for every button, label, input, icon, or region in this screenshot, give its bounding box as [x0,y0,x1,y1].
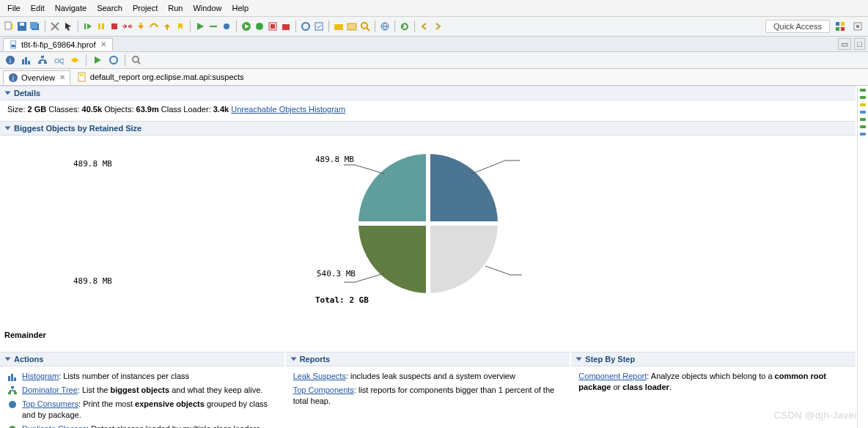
step-over-icon[interactable] [148,21,160,32]
step-into-icon[interactable] [135,21,147,32]
menu-file[interactable]: File [3,2,25,14]
svg-rect-22 [347,23,356,30]
stop-icon[interactable] [108,21,120,32]
breakpoint-icon[interactable] [221,21,232,32]
marker-icon[interactable] [860,111,866,114]
menu-project[interactable]: Project [128,2,162,14]
tree-icon[interactable] [37,54,48,66]
info-icon[interactable]: i [4,54,16,66]
reports-header[interactable]: Reports [286,352,570,366]
svg-rect-52 [8,392,11,394]
main-toolbar: Quick Access [0,17,868,37]
heap-file-icon [10,40,18,49]
menu-navigate[interactable]: Navigate [51,2,91,14]
svg-rect-12 [210,26,217,27]
quick-access[interactable]: Quick Access [765,20,830,33]
disconnect-icon[interactable] [122,21,133,32]
ext-tools-icon[interactable] [280,21,292,32]
find-icon[interactable] [130,54,142,66]
svg-point-54 [9,401,16,408]
back-icon[interactable] [419,21,430,32]
cut-icon[interactable] [49,21,61,32]
threads-icon[interactable] [69,54,81,66]
minimize-icon[interactable]: ▭ [838,38,851,50]
menu-edit[interactable]: Edit [26,2,49,14]
menu-window[interactable]: Window [188,2,226,14]
svg-rect-17 [271,24,275,29]
editor-tab-hprof[interactable]: t8t-fi-fip_69864.hprof ✕ [3,38,113,51]
svg-rect-25 [836,22,839,26]
pointer-icon[interactable] [62,21,74,32]
project-icon[interactable] [346,21,358,32]
marker-icon[interactable] [860,133,866,136]
unreachable-link[interactable]: Unreachable Objects Histogram [231,105,345,114]
actions-column: Actions Histogram: Lists number of insta… [0,351,284,428]
dominator-link[interactable]: Dominator Tree [22,385,78,394]
resume-icon[interactable] [194,21,206,32]
menu-search[interactable]: Search [92,2,127,14]
oql-icon[interactable]: OQL [53,54,65,66]
menu-help[interactable]: Help [228,2,254,14]
close-icon[interactable]: ✕ [99,40,106,48]
open-resource-icon[interactable] [333,21,345,32]
marker-icon[interactable] [860,89,866,92]
open-task-icon[interactable] [313,21,325,32]
leak-suspects-link[interactable]: Leak Suspects [293,372,346,380]
toolbar-separator [86,54,87,66]
pie-slice-br[interactable] [428,224,498,293]
actions-header[interactable]: Actions [0,352,284,366]
search-icon[interactable] [359,21,371,32]
svg-rect-34 [22,59,24,64]
pause-icon[interactable] [95,21,107,32]
details-header[interactable]: Details [0,86,856,100]
pie-slice-bl[interactable] [358,224,428,293]
pie-slice-tl[interactable] [358,154,428,224]
tab-suspects[interactable]: default_report org.eclipse.mat.api:suspe… [72,70,249,84]
histogram-bars-icon[interactable] [21,54,32,66]
open-type-icon[interactable] [300,21,312,32]
coverage-icon[interactable] [267,21,279,32]
open-query-icon[interactable] [108,54,119,66]
menu-run[interactable]: Run [163,2,187,14]
open-perspective-icon[interactable] [852,21,864,32]
svg-rect-3 [20,23,24,26]
forward-icon[interactable] [432,21,444,32]
marker-icon[interactable] [860,96,866,99]
save-icon[interactable] [16,21,28,32]
close-icon[interactable]: ✕ [58,73,65,81]
maximize-icon[interactable]: □ [854,38,865,50]
svg-rect-6 [84,23,86,29]
size-value: 2 GB [28,105,47,114]
histogram-link[interactable]: Histogram [22,372,59,380]
svg-rect-53 [14,392,17,394]
perspective-icon[interactable] [834,21,846,32]
new-icon[interactable] [3,21,15,32]
refresh-icon[interactable] [399,21,411,32]
run-report-icon[interactable] [92,54,103,66]
step-component-report: Component Report: Analyze objects which … [571,369,856,394]
top-consumers-link[interactable]: Top Consumers [22,399,78,408]
component-report-link[interactable]: Component Report [578,372,647,380]
skip-icon[interactable] [82,21,94,32]
action-top-consumers: Top Consumers: Print the most expensive … [0,397,284,422]
report-icon [77,72,87,82]
marker-icon[interactable] [860,103,866,106]
debug-icon[interactable] [254,21,265,32]
suspend-icon[interactable] [207,21,219,32]
svg-rect-39 [44,62,47,64]
svg-rect-5 [30,22,37,29]
svg-rect-47 [80,75,84,76]
duplicate-classes-link[interactable]: Duplicate Classes [22,424,87,428]
top-components-link[interactable]: Top Components [293,385,354,394]
globe-icon[interactable] [379,21,391,32]
drop-frame-icon[interactable] [174,21,186,32]
marker-icon[interactable] [860,125,866,128]
tab-overview[interactable]: i Overview ✕ [3,70,70,85]
run-icon[interactable] [240,21,252,32]
tab-overview-label: Overview [21,73,55,82]
step-return-icon[interactable] [161,21,173,32]
pie-slice-tr[interactable] [428,154,498,224]
step-header[interactable]: Step By Step [571,352,856,366]
marker-icon[interactable] [860,118,866,121]
saveall-icon[interactable] [29,21,41,32]
